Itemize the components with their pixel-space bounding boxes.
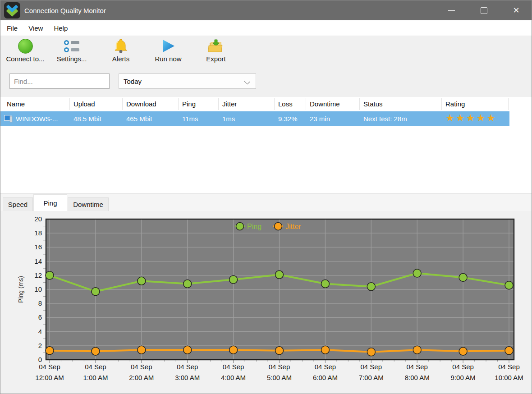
svg-text:6:00 AM: 6:00 AM xyxy=(313,374,338,381)
svg-text:10: 10 xyxy=(34,285,42,293)
cell-jitter: 1ms xyxy=(219,111,275,126)
svg-text:Ping: Ping xyxy=(247,223,261,230)
column-header-loss[interactable]: Loss xyxy=(275,98,306,110)
svg-text:8:00 AM: 8:00 AM xyxy=(405,374,430,381)
svg-text:1:00 AM: 1:00 AM xyxy=(83,374,108,381)
svg-text:10:00 AM: 10:00 AM xyxy=(495,374,523,381)
cell-name: WINDOWS-... xyxy=(0,111,70,126)
cell-loss: 9.32% xyxy=(275,111,306,126)
green-status-circle-icon xyxy=(18,37,33,55)
table-header: Name Upload Download Ping Jitter Loss Do… xyxy=(0,96,532,111)
tab-downtime[interactable]: Downtime xyxy=(68,197,109,211)
column-header-jitter[interactable]: Jitter xyxy=(219,98,275,110)
close-icon: ✕ xyxy=(513,6,519,14)
cell-status: Next test: 28m xyxy=(360,111,442,126)
svg-text:04 Sep: 04 Sep xyxy=(39,363,60,371)
menubar: File View Help xyxy=(0,20,532,36)
svg-text:6: 6 xyxy=(38,313,42,321)
chart-tabbar: Speed Ping Downtime xyxy=(0,193,532,211)
svg-text:04 Sep: 04 Sep xyxy=(498,363,520,371)
svg-text:04 Sep: 04 Sep xyxy=(315,363,336,371)
cell-upload: 48.5 Mbit xyxy=(70,111,123,126)
svg-text:8: 8 xyxy=(38,299,42,307)
settings-button[interactable]: Settings... xyxy=(50,37,93,66)
run-now-button[interactable]: Run now xyxy=(149,37,187,66)
column-header-upload[interactable]: Upload xyxy=(70,98,123,110)
svg-text:04 Sep: 04 Sep xyxy=(177,363,198,371)
export-folder-icon xyxy=(207,37,225,55)
svg-text:2:00 AM: 2:00 AM xyxy=(129,374,154,381)
cell-download: 465 Mbit xyxy=(123,111,179,126)
chevron-down-icon xyxy=(244,79,250,85)
svg-text:7:00 AM: 7:00 AM xyxy=(359,374,384,381)
svg-text:12: 12 xyxy=(34,271,42,279)
sliders-icon xyxy=(64,37,79,55)
svg-text:5:00 AM: 5:00 AM xyxy=(267,374,292,381)
svg-text:04 Sep: 04 Sep xyxy=(131,363,152,371)
titlebar: Connection Quality Monitor ✕ xyxy=(0,0,532,20)
date-range-value: Today xyxy=(124,78,142,85)
svg-text:16: 16 xyxy=(34,243,42,251)
column-header-name[interactable]: Name xyxy=(0,98,70,110)
ping-jitter-chart: 0246810121416182004 Sep12:00 AM04 Sep1:0… xyxy=(0,211,532,394)
alerts-button[interactable]: Alerts xyxy=(101,37,141,66)
bell-icon xyxy=(113,37,128,55)
svg-text:3:00 AM: 3:00 AM xyxy=(175,374,200,381)
column-header-rating[interactable]: Rating xyxy=(442,98,509,110)
results-table: Name Upload Download Ping Jitter Loss Do… xyxy=(0,96,532,193)
svg-text:04 Sep: 04 Sep xyxy=(452,363,474,371)
find-input[interactable] xyxy=(9,73,110,89)
svg-text:4:00 AM: 4:00 AM xyxy=(221,374,246,381)
cell-rating: ★★★★★ xyxy=(442,111,509,126)
connect-to-button[interactable]: Connect to... xyxy=(2,37,48,66)
svg-text:9:00 AM: 9:00 AM xyxy=(451,374,476,381)
tab-speed[interactable]: Speed xyxy=(3,197,33,211)
svg-text:Ping (ms): Ping (ms) xyxy=(17,276,24,303)
svg-text:4: 4 xyxy=(38,328,42,335)
svg-text:04 Sep: 04 Sep xyxy=(269,363,290,371)
app-logo-icon xyxy=(4,2,20,18)
table-row[interactable]: WINDOWS-... 48.5 Mbit 465 Mbit 11ms 1ms … xyxy=(0,111,509,126)
svg-text:12:00 AM: 12:00 AM xyxy=(35,374,64,381)
svg-text:04 Sep: 04 Sep xyxy=(406,363,428,371)
minimize-icon xyxy=(448,10,455,11)
menu-file[interactable]: File xyxy=(1,24,23,32)
window-title: Connection Quality Monitor xyxy=(24,7,106,14)
chart-panel: 0246810121416182004 Sep12:00 AM04 Sep1:0… xyxy=(0,211,532,394)
minimize-button[interactable] xyxy=(435,0,468,20)
svg-text:04 Sep: 04 Sep xyxy=(223,363,244,371)
maximize-button[interactable] xyxy=(468,0,500,20)
export-button[interactable]: Export xyxy=(195,37,237,66)
close-button[interactable]: ✕ xyxy=(500,0,532,20)
svg-text:Jitter: Jitter xyxy=(285,223,301,230)
svg-text:18: 18 xyxy=(34,229,42,237)
svg-text:04 Sep: 04 Sep xyxy=(361,363,382,371)
toolbar: Connect to... Settings... Alerts xyxy=(0,36,532,67)
cell-ping: 11ms xyxy=(179,111,219,126)
svg-text:2: 2 xyxy=(38,342,42,349)
svg-text:14: 14 xyxy=(34,257,42,265)
svg-text:04 Sep: 04 Sep xyxy=(85,363,106,371)
column-header-filler xyxy=(509,98,532,110)
tab-ping[interactable]: Ping xyxy=(33,194,67,211)
app-window: Connection Quality Monitor ✕ File View H… xyxy=(0,0,532,394)
svg-text:0: 0 xyxy=(38,356,42,363)
svg-text:20: 20 xyxy=(34,215,42,223)
date-range-select[interactable]: Today xyxy=(119,73,256,89)
maximize-icon xyxy=(481,7,487,14)
menu-view[interactable]: View xyxy=(23,24,48,32)
menu-help[interactable]: Help xyxy=(48,24,73,32)
column-header-status[interactable]: Status xyxy=(360,98,442,110)
play-icon xyxy=(161,37,175,55)
column-header-ping[interactable]: Ping xyxy=(179,98,219,110)
column-header-download[interactable]: Download xyxy=(123,98,179,110)
cell-downtime: 23 min xyxy=(306,111,360,126)
computer-icon xyxy=(4,115,13,123)
column-header-downtime[interactable]: Downtime xyxy=(306,98,360,110)
rating-stars: ★★★★★ xyxy=(445,113,497,123)
window-controls: ✕ xyxy=(435,0,532,20)
filter-bar: Today xyxy=(0,67,532,96)
